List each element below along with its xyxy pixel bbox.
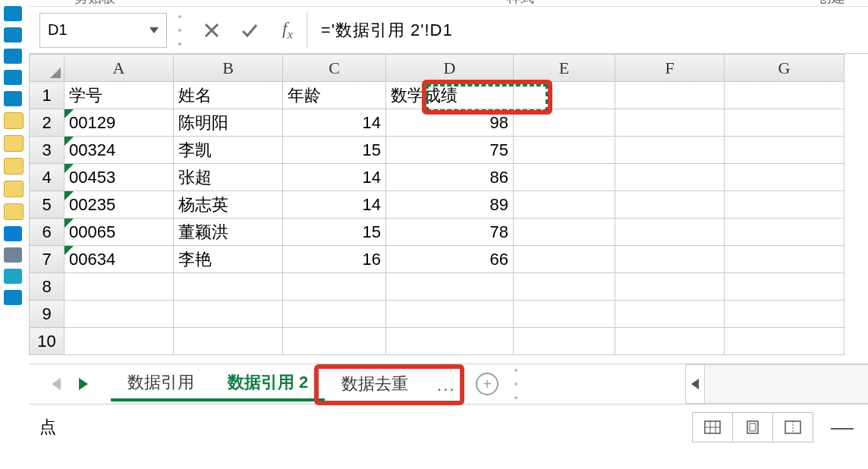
view-page-break-button[interactable]: [772, 412, 813, 442]
cell[interactable]: [725, 273, 844, 301]
cell[interactable]: [615, 301, 725, 328]
cell[interactable]: [615, 191, 725, 219]
cell[interactable]: 00235: [64, 191, 174, 219]
cell[interactable]: [514, 164, 615, 191]
view-page-layout-button[interactable]: [732, 412, 773, 442]
row-header[interactable]: 4: [30, 164, 64, 191]
add-sheet-button[interactable]: +: [476, 373, 498, 395]
cell[interactable]: [514, 301, 615, 328]
column-header[interactable]: D: [386, 55, 514, 82]
cell[interactable]: [725, 328, 844, 355]
taskbar-icon[interactable]: [4, 203, 24, 220]
cell[interactable]: 年龄: [283, 82, 386, 109]
row-header[interactable]: 9: [30, 301, 64, 328]
cell[interactable]: 78: [386, 219, 514, 246]
cancel-formula-button[interactable]: [197, 15, 226, 46]
taskbar-icon[interactable]: [4, 226, 22, 241]
cell[interactable]: [386, 328, 514, 355]
cell[interactable]: 李艳: [174, 246, 283, 273]
cell[interactable]: [725, 109, 844, 137]
row-header[interactable]: 10: [30, 328, 64, 355]
cell[interactable]: 张超: [174, 164, 283, 191]
row-header[interactable]: 5: [30, 191, 64, 219]
cell[interactable]: [514, 82, 615, 109]
cell[interactable]: [64, 328, 174, 355]
cell[interactable]: [615, 164, 725, 191]
cell[interactable]: 89: [386, 191, 514, 219]
formula-input[interactable]: [307, 12, 868, 49]
cell[interactable]: 学号: [64, 82, 174, 109]
cell[interactable]: 16: [283, 246, 386, 273]
cell[interactable]: [174, 328, 283, 355]
fx-icon[interactable]: fx: [282, 18, 293, 42]
taskbar-icon[interactable]: [4, 49, 22, 64]
cell[interactable]: [725, 137, 844, 164]
cell[interactable]: [615, 273, 725, 301]
sheet-nav-next-icon[interactable]: [79, 378, 88, 390]
cell[interactable]: 李凯: [174, 137, 283, 164]
row-header[interactable]: 2: [30, 109, 64, 137]
zoom-out-button[interactable]: —: [827, 414, 857, 440]
taskbar-icon[interactable]: [4, 158, 24, 175]
cell[interactable]: [514, 191, 615, 219]
taskbar-icon[interactable]: [4, 135, 24, 152]
cell[interactable]: 14: [283, 164, 386, 191]
column-header[interactable]: C: [283, 55, 386, 82]
cell[interactable]: [514, 273, 615, 301]
taskbar-icon[interactable]: [4, 290, 22, 305]
chevron-down-icon[interactable]: [149, 27, 159, 33]
sheet-tab-3[interactable]: 数据去重: [325, 368, 425, 400]
more-sheets-icon[interactable]: …: [436, 373, 458, 396]
row-header[interactable]: 6: [30, 219, 64, 246]
cell[interactable]: [725, 82, 844, 109]
cell[interactable]: [514, 219, 615, 246]
cell[interactable]: 陈明阳: [174, 109, 283, 137]
cell[interactable]: 86: [386, 164, 514, 191]
cell[interactable]: [615, 137, 725, 164]
column-header[interactable]: G: [725, 55, 844, 82]
accept-formula-button[interactable]: [235, 15, 264, 46]
column-header[interactable]: E: [514, 55, 615, 82]
sheet-nav-prev-icon[interactable]: [52, 378, 61, 390]
cell[interactable]: [615, 109, 725, 137]
cell[interactable]: [174, 273, 283, 301]
cell[interactable]: 杨志英: [174, 191, 283, 219]
cell[interactable]: [725, 164, 844, 191]
cell[interactable]: 00453: [64, 164, 174, 191]
cell[interactable]: [386, 273, 514, 301]
taskbar-icon[interactable]: [4, 112, 24, 129]
column-header[interactable]: A: [64, 55, 174, 82]
cell[interactable]: 98: [386, 109, 514, 137]
cell[interactable]: 15: [283, 219, 386, 246]
cell[interactable]: [514, 328, 615, 355]
sheet-tab-1[interactable]: 数据引用: [111, 367, 211, 401]
cell[interactable]: [64, 301, 174, 328]
sheet-tab-2[interactable]: 数据引用 2: [211, 367, 325, 401]
cell[interactable]: [725, 219, 844, 246]
cell[interactable]: [514, 137, 615, 164]
cell[interactable]: [615, 82, 725, 109]
cell[interactable]: 00065: [64, 219, 174, 246]
column-header[interactable]: F: [615, 55, 725, 82]
cell[interactable]: [615, 246, 725, 273]
taskbar-icon[interactable]: [4, 6, 22, 21]
spreadsheet-grid[interactable]: ABCDEFG1学号姓名年龄数学成绩200129陈明阳1498300324李凯1…: [29, 54, 868, 364]
horizontal-scrollbar[interactable]: [685, 364, 868, 404]
cell[interactable]: 数学成绩: [386, 82, 514, 109]
cell[interactable]: 75: [386, 137, 514, 164]
cell[interactable]: [615, 328, 725, 355]
name-box[interactable]: D1: [39, 13, 167, 48]
cell[interactable]: 15: [283, 137, 386, 164]
row-header[interactable]: 3: [30, 137, 64, 164]
row-header[interactable]: 7: [30, 246, 64, 273]
taskbar-icon[interactable]: [4, 269, 22, 284]
column-header[interactable]: B: [174, 55, 283, 82]
cell[interactable]: 00324: [64, 137, 174, 164]
row-header[interactable]: 1: [30, 82, 64, 109]
cell[interactable]: [283, 328, 386, 355]
cell[interactable]: [725, 301, 844, 328]
taskbar-icon[interactable]: [4, 70, 22, 85]
taskbar-icon[interactable]: [4, 181, 24, 197]
cell[interactable]: [514, 246, 615, 273]
taskbar-icon[interactable]: [4, 247, 22, 263]
